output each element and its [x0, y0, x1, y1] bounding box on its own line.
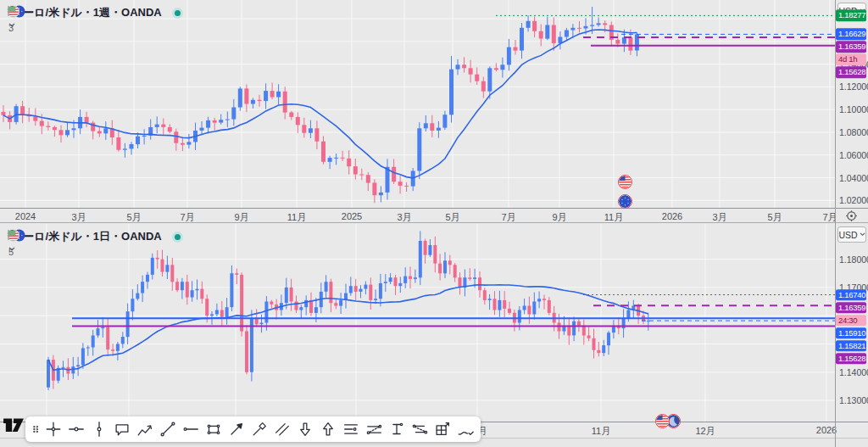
parallel-channel-icon [276, 424, 289, 435]
weekly-symbol-title[interactable]: ユーロ/米ドル・1週・OANDA [12, 5, 162, 20]
price-level-label: 1.16359 [836, 42, 866, 53]
flat-pattern-icon [413, 425, 426, 433]
trading-chart-app: ユーロ/米ドル・1週・OANDA 3 20243月5月7月9月11月20253月… [0, 0, 868, 447]
drawing-toolbar[interactable] [25, 416, 481, 442]
chevron-down-icon [8, 23, 15, 28]
crosshair-tool-button[interactable] [42, 418, 64, 440]
drag-handle-icon [34, 426, 38, 432]
gear-icon[interactable] [845, 210, 858, 226]
flat-pattern-tool-button[interactable] [409, 418, 431, 440]
toolbar-drag-handle[interactable] [30, 418, 42, 440]
price-tick-label: 1.13000 [839, 395, 868, 405]
price-tick-label: 1.10000 [839, 104, 868, 115]
rectangle-tool-button[interactable] [203, 418, 225, 440]
vertical-line-tool-button[interactable] [88, 418, 110, 440]
daily-legend-collapsed[interactable]: 5 [8, 247, 14, 257]
fib-retracement-icon [345, 425, 358, 433]
horizontal-ray-tool-button[interactable] [180, 418, 202, 440]
arrow-up-icon [324, 423, 333, 435]
time-axis-label: 11月 [592, 425, 610, 438]
brush-tool-button[interactable] [454, 418, 476, 440]
price-level-label: 1.16740 [836, 289, 866, 301]
daily-legend[interactable]: ユーロ/米ドル・1日・OANDA [7, 229, 183, 244]
price-level-label: 1.15628 [836, 67, 866, 79]
time-axis-label: 2026 [662, 211, 682, 221]
tradingview-logo[interactable] [2, 414, 25, 436]
polyline-arrow-icon [138, 426, 151, 435]
callout-tool-button[interactable] [111, 418, 133, 440]
daily-symbol-title[interactable]: ユーロ/米ドル・1日・OANDA [12, 229, 162, 244]
price-range-icon [393, 423, 403, 433]
market-status-icon[interactable] [172, 8, 183, 19]
countdown-label: 4d 1h [836, 54, 866, 66]
price-axis[interactable]: USD USD 1.140001.120001.100001.080001.06… [836, 0, 868, 447]
weekly-candlestick-chart[interactable] [0, 0, 835, 208]
daily-candlestick-chart[interactable] [0, 224, 835, 422]
price-level-label: 1.15910 [836, 327, 866, 339]
rectangle-icon [208, 425, 220, 433]
pen-arrow-tool-button[interactable] [248, 418, 270, 440]
time-axis-label: 12月 [695, 425, 715, 438]
price-level-label: 1.18277 [836, 10, 866, 22]
pattern-lines-icon [367, 426, 381, 434]
price-tick-label: 1.14000 [839, 367, 868, 377]
pattern-lines-tool-button[interactable] [363, 418, 385, 440]
trend-line-tool-button[interactable] [157, 418, 179, 440]
time-axis-label: 2025 [342, 211, 362, 221]
polyline-arrow-tool-button[interactable] [134, 418, 156, 440]
price-tick-label: 1.18000 [839, 254, 868, 265]
time-axis-weekly[interactable]: 20243月5月7月9月11月20253月5月7月9月11月20263月5月7月 [0, 209, 835, 222]
us-flag-marker-icon[interactable] [618, 175, 632, 189]
us-flag-marker-icon[interactable] [655, 414, 670, 428]
countdown-label: 24:30 [836, 315, 866, 327]
time-axis-label: 2024 [15, 211, 36, 221]
callout-icon [116, 425, 128, 435]
weekly-chart-pane[interactable]: ユーロ/米ドル・1週・OANDA 3 [0, 0, 835, 208]
brush-icon [459, 432, 473, 434]
weekly-legend-collapsed[interactable]: 3 [8, 23, 14, 33]
fib-box-tool-button[interactable] [431, 418, 453, 440]
arrow-marker-icon [231, 424, 242, 434]
fib-box-icon [437, 423, 448, 435]
horizontal-line-icon [70, 427, 84, 431]
pane-divider[interactable] [0, 208, 868, 209]
parallel-channel-tool-button[interactable] [271, 418, 293, 440]
horizontal-ray-icon [184, 428, 198, 431]
price-tick-label: 1.08000 [839, 127, 868, 137]
eu-flag-marker-icon[interactable] [618, 194, 632, 209]
price-level-label: 1.15628 [836, 353, 866, 365]
market-status-icon[interactable] [172, 232, 183, 243]
trend-line-icon [161, 422, 175, 436]
currency-label: USD [838, 230, 857, 240]
price-level-label: 1.16629 [836, 29, 866, 41]
price-tick-label: 1.04000 [839, 173, 868, 183]
fib-retracement-tool-button[interactable] [340, 418, 362, 440]
price-range-tool-button[interactable] [386, 418, 408, 440]
time-axis-label: 2026 [816, 425, 837, 435]
currency-selector-daily[interactable]: USD [837, 226, 866, 243]
arrow-down-icon [301, 423, 310, 435]
chevron-down-icon [860, 232, 865, 237]
crosshair-icon [47, 422, 60, 436]
daily-chart-pane[interactable]: ユーロ/米ドル・1日・OANDA 5 [0, 224, 835, 422]
price-tick-label: 1.06000 [839, 150, 868, 160]
price-level-label: 1.16359 [836, 302, 866, 314]
price-tick-label: 1.02000 [839, 195, 868, 205]
weekly-legend[interactable]: ユーロ/米ドル・1週・OANDA [7, 5, 183, 20]
horizontal-line-tool-button[interactable] [65, 418, 87, 440]
price-level-label: 1.15821 [836, 340, 866, 352]
price-tick-label: 1.12000 [839, 81, 868, 92]
pen-arrow-icon [253, 423, 265, 435]
chevron-down-icon [8, 247, 15, 252]
arrow-up-tool-button[interactable] [317, 418, 339, 440]
arrow-down-tool-button[interactable] [294, 418, 316, 440]
axis-divider [0, 222, 868, 223]
vertical-line-icon [97, 422, 101, 437]
arrow-marker-tool-button[interactable] [225, 418, 248, 440]
